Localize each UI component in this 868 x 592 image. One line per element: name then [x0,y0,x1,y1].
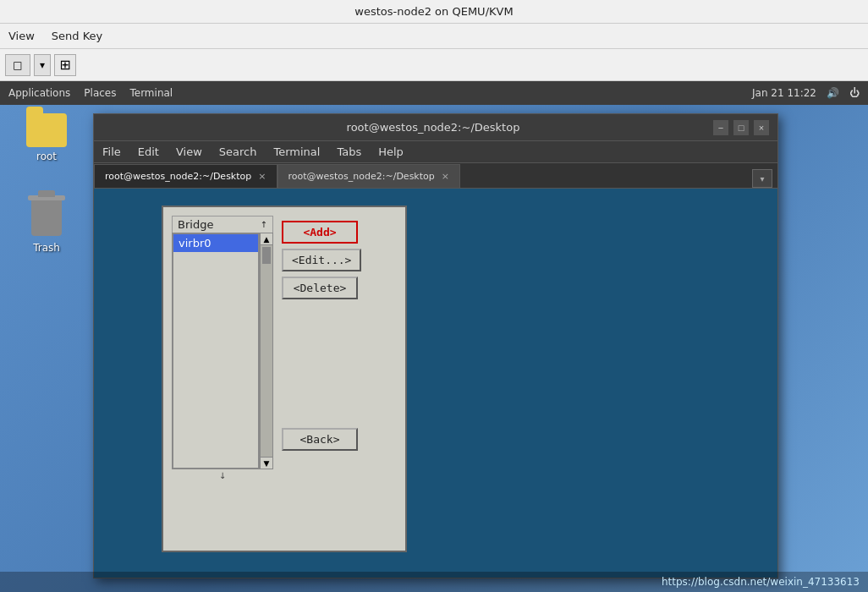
desktop-icon-root[interactable]: root [13,113,80,162]
applications-menu[interactable]: Applications [8,87,70,99]
delete-button[interactable]: <Delete> [282,277,358,299]
volume-icon: 🔊 [827,87,839,99]
scroll-up-icon: ▲ [264,235,270,244]
terminal-menu-bar: File Edit View Search Terminal Tabs Help [94,141,777,163]
menu-view[interactable]: View [0,26,43,46]
bridge-scrollbar: ▲ ▼ [260,233,273,469]
desktop-icon-trash-label: Trash [33,242,60,254]
terminal-tab-2[interactable]: root@westos_node2:~/Desktop × [277,164,461,188]
terminal-menu-file[interactable]: File [94,144,129,160]
minimize-button[interactable]: − [713,120,728,135]
square-icon: □ [13,59,22,71]
terminal-menu-tabs[interactable]: Tabs [328,144,370,160]
toolbar: □ ▾ ⊞ [0,49,868,81]
bridge-label: Bridge [178,218,213,231]
scroll-down-icon: ▼ [264,459,270,468]
terminal-window: root@westos_node2:~/Desktop − □ × File E… [93,113,778,578]
scrollbar-thumb[interactable] [262,247,271,264]
dialog-inner: Bridge ↑ virbr0 ▲ [163,207,405,551]
ncurses-dialog: Bridge ↑ virbr0 ▲ [162,206,407,552]
right-buttons: <Add> <Edit...> <Delete> <Back> [273,216,370,456]
tab-2-label: root@westos_node2:~/Desktop [288,171,435,182]
toolbar-btn-dropdown[interactable]: ▾ [34,54,51,76]
grid-icon: ⊞ [59,57,70,73]
terminal-menu-edit[interactable]: Edit [129,144,168,160]
terminal-menu[interactable]: Terminal [129,87,173,99]
terminal-controls: − □ × [713,120,769,135]
system-bar-right: Jan 21 11:22 🔊 ⏻ [752,87,860,99]
places-menu[interactable]: Places [84,87,116,99]
system-bar: Applications Places Terminal Jan 21 11:2… [0,81,868,105]
back-button[interactable]: <Back> [282,428,358,451]
power-icon: ⏻ [849,87,860,99]
window-title-bar: westos-node2 on QEMU/KVM [0,0,868,24]
bottom-bar: https://blog.csdn.net/weixin_47133613 [0,572,868,592]
datetime-display: Jan 21 11:22 [752,87,816,99]
terminal-tabs: root@westos_node2:~/Desktop × root@westo… [94,163,777,189]
terminal-tab-1[interactable]: root@westos_node2:~/Desktop × [94,164,277,188]
tab-1-label: root@westos_node2:~/Desktop [105,171,251,182]
terminal-title-bar: root@westos_node2:~/Desktop − □ × [94,114,777,141]
terminal-tab-menu-btn[interactable]: ▾ [752,169,772,188]
bridge-list-container: Bridge ↑ virbr0 ▲ [172,216,273,482]
terminal-content[interactable]: Bridge ↑ virbr0 ▲ [94,189,777,578]
terminal-tab-menu-icon: ▾ [760,174,764,184]
desktop-icon-root-label: root [36,151,57,162]
chevron-down-icon: ▾ [40,59,45,71]
tab-2-close[interactable]: × [442,172,449,181]
terminal-window-title: root@westos_node2:~/Desktop [153,121,713,134]
add-button[interactable]: <Add> [282,221,358,244]
close-button[interactable]: × [754,120,769,135]
scrollbar-track [261,245,272,457]
terminal-menu-view[interactable]: View [168,144,211,160]
toolbar-btn-grid[interactable]: ⊞ [54,54,76,76]
edit-button[interactable]: <Edit...> [282,249,361,271]
toolbar-btn-square[interactable]: □ [5,54,30,76]
menu-send-key[interactable]: Send Key [43,26,111,46]
window-title: westos-node2 on QEMU/KVM [354,5,513,18]
tab-1-close[interactable]: × [258,172,266,181]
system-bar-left: Applications Places Terminal [8,87,173,99]
scrollbar-down-btn[interactable]: ▼ [261,457,272,469]
scroll-down-label: ↓ [172,469,273,482]
scroll-up-indicator: ↑ [261,220,267,229]
bridge-list-item-virbr0[interactable]: virbr0 [173,234,258,252]
desktop-icon-trash[interactable]: Trash [13,198,80,254]
scrollbar-up-btn[interactable]: ▲ [261,233,272,245]
restore-button[interactable]: □ [733,120,749,135]
csdn-link[interactable]: https://blog.csdn.net/weixin_47133613 [662,576,860,588]
folder-icon [26,113,67,147]
bridge-list[interactable]: virbr0 [172,233,260,469]
desktop: root Trash root@westos_node2:~/Desktop −… [0,105,868,592]
bridge-header: Bridge ↑ [172,216,273,233]
terminal-menu-help[interactable]: Help [370,144,412,160]
bridge-section: Bridge ↑ virbr0 ▲ [172,216,397,542]
terminal-tabs-right: ▾ [752,169,777,188]
terminal-menu-search[interactable]: Search [211,144,266,160]
trash-icon [31,200,62,236]
terminal-menu-terminal[interactable]: Terminal [265,144,328,160]
app-menu-bar: View Send Key [0,24,868,49]
